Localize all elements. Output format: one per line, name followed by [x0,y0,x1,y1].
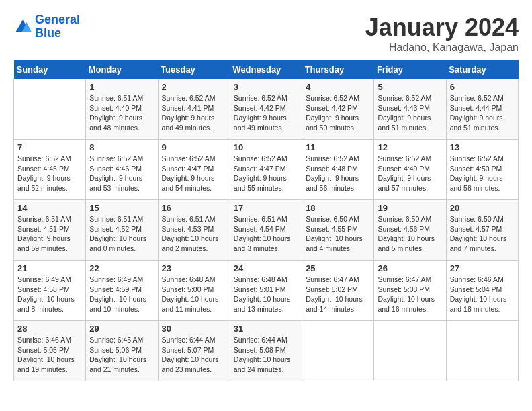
day-info: Sunrise: 6:52 AM Sunset: 4:48 PM Dayligh… [306,154,370,193]
day-number: 28 [17,324,82,334]
day-number: 7 [17,142,82,152]
day-info: Sunrise: 6:52 AM Sunset: 4:42 PM Dayligh… [234,93,298,133]
day-info: Sunrise: 6:47 AM Sunset: 5:03 PM Dayligh… [378,275,442,314]
day-info: Sunrise: 6:51 AM Sunset: 4:54 PM Dayligh… [234,214,298,254]
weekday-header-monday: Monday [86,60,158,79]
day-number: 22 [89,263,154,273]
calendar-cell: 21Sunrise: 6:49 AM Sunset: 4:58 PM Dayli… [14,261,86,321]
day-number: 27 [450,263,515,273]
calendar-cell: 30Sunrise: 6:44 AM Sunset: 5:07 PM Dayli… [158,321,230,381]
calendar-cell [14,79,86,140]
day-number: 26 [378,263,442,273]
calendar-cell: 29Sunrise: 6:45 AM Sunset: 5:06 PM Dayli… [86,321,158,381]
day-number: 20 [450,203,515,213]
calendar-cell: 1Sunrise: 6:51 AM Sunset: 4:40 PM Daylig… [86,79,158,140]
day-info: Sunrise: 6:45 AM Sunset: 5:06 PM Dayligh… [89,335,154,375]
day-info: Sunrise: 6:47 AM Sunset: 5:02 PM Dayligh… [306,275,370,314]
calendar-cell: 24Sunrise: 6:48 AM Sunset: 5:01 PM Dayli… [230,261,302,321]
day-info: Sunrise: 6:48 AM Sunset: 5:00 PM Dayligh… [162,275,226,314]
calendar-cell: 18Sunrise: 6:50 AM Sunset: 4:55 PM Dayli… [302,200,374,261]
calendar-cell: 12Sunrise: 6:52 AM Sunset: 4:49 PM Dayli… [374,140,446,200]
weekday-header-thursday: Thursday [302,60,374,79]
day-number: 8 [89,142,154,152]
calendar-cell: 3Sunrise: 6:52 AM Sunset: 4:42 PM Daylig… [230,79,302,140]
calendar-cell: 27Sunrise: 6:46 AM Sunset: 5:04 PM Dayli… [446,261,518,321]
day-number: 9 [162,142,226,152]
day-info: Sunrise: 6:52 AM Sunset: 4:42 PM Dayligh… [306,93,370,133]
day-info: Sunrise: 6:51 AM Sunset: 4:40 PM Dayligh… [89,93,154,133]
day-number: 6 [450,82,515,92]
day-info: Sunrise: 6:44 AM Sunset: 5:08 PM Dayligh… [234,335,298,375]
day-number: 13 [450,142,515,152]
day-info: Sunrise: 6:51 AM Sunset: 4:53 PM Dayligh… [162,214,226,254]
calendar-cell: 8Sunrise: 6:52 AM Sunset: 4:46 PM Daylig… [86,140,158,200]
day-info: Sunrise: 6:51 AM Sunset: 4:52 PM Dayligh… [89,214,154,254]
day-number: 23 [162,263,226,273]
logo-text: General Blue [35,13,80,40]
day-number: 18 [306,203,370,213]
calendar-cell: 13Sunrise: 6:52 AM Sunset: 4:50 PM Dayli… [446,140,518,200]
calendar-cell [446,321,518,381]
weekday-header-row: SundayMondayTuesdayWednesdayThursdayFrid… [14,60,519,79]
weekday-header-tuesday: Tuesday [158,60,230,79]
day-number: 4 [306,82,370,92]
day-number: 14 [17,203,82,213]
day-number: 29 [89,324,154,334]
calendar-week-5: 28Sunrise: 6:46 AM Sunset: 5:05 PM Dayli… [14,321,519,381]
location-subtitle: Hadano, Kanagawa, Japan [365,42,519,54]
day-info: Sunrise: 6:46 AM Sunset: 5:04 PM Dayligh… [450,275,515,314]
day-info: Sunrise: 6:49 AM Sunset: 4:59 PM Dayligh… [89,275,154,314]
day-info: Sunrise: 6:52 AM Sunset: 4:47 PM Dayligh… [162,154,226,193]
calendar-cell: 17Sunrise: 6:51 AM Sunset: 4:54 PM Dayli… [230,200,302,261]
day-number: 10 [234,142,298,152]
calendar-table: SundayMondayTuesdayWednesdayThursdayFrid… [13,60,519,381]
calendar-week-3: 14Sunrise: 6:51 AM Sunset: 4:51 PM Dayli… [14,200,519,261]
day-info: Sunrise: 6:46 AM Sunset: 5:05 PM Dayligh… [17,335,82,375]
day-number: 30 [162,324,226,334]
day-info: Sunrise: 6:50 AM Sunset: 4:57 PM Dayligh… [450,214,515,254]
calendar-cell: 22Sunrise: 6:49 AM Sunset: 4:59 PM Dayli… [86,261,158,321]
logo-line1: General [35,13,80,26]
title-area: January 2024 Hadano, Kanagawa, Japan [365,13,519,54]
calendar-week-2: 7Sunrise: 6:52 AM Sunset: 4:45 PM Daylig… [14,140,519,200]
day-number: 1 [89,82,154,92]
day-number: 25 [306,263,370,273]
day-info: Sunrise: 6:48 AM Sunset: 5:01 PM Dayligh… [234,275,298,314]
day-number: 12 [378,142,442,152]
day-info: Sunrise: 6:50 AM Sunset: 4:55 PM Dayligh… [306,214,370,254]
day-number: 24 [234,263,298,273]
day-info: Sunrise: 6:52 AM Sunset: 4:47 PM Dayligh… [234,154,298,193]
day-number: 11 [306,142,370,152]
day-number: 19 [378,203,442,213]
calendar-week-1: 1Sunrise: 6:51 AM Sunset: 4:40 PM Daylig… [14,79,519,140]
day-info: Sunrise: 6:51 AM Sunset: 4:51 PM Dayligh… [17,214,82,254]
day-number: 2 [162,82,226,92]
day-number: 5 [378,82,442,92]
day-number: 17 [234,203,298,213]
month-title: January 2024 [365,13,519,42]
weekday-header-sunday: Sunday [14,60,86,79]
calendar-cell: 9Sunrise: 6:52 AM Sunset: 4:47 PM Daylig… [158,140,230,200]
calendar-cell: 4Sunrise: 6:52 AM Sunset: 4:42 PM Daylig… [302,79,374,140]
day-info: Sunrise: 6:52 AM Sunset: 4:44 PM Dayligh… [450,93,515,133]
logo-icon [13,17,32,36]
calendar-cell: 15Sunrise: 6:51 AM Sunset: 4:52 PM Dayli… [86,200,158,261]
calendar-cell: 10Sunrise: 6:52 AM Sunset: 4:47 PM Dayli… [230,140,302,200]
calendar-cell [302,321,374,381]
calendar-cell: 31Sunrise: 6:44 AM Sunset: 5:08 PM Dayli… [230,321,302,381]
day-info: Sunrise: 6:50 AM Sunset: 4:56 PM Dayligh… [378,214,442,254]
weekday-header-friday: Friday [374,60,446,79]
day-info: Sunrise: 6:52 AM Sunset: 4:43 PM Dayligh… [378,93,442,133]
weekday-header-saturday: Saturday [446,60,518,79]
calendar-cell: 11Sunrise: 6:52 AM Sunset: 4:48 PM Dayli… [302,140,374,200]
calendar-cell: 26Sunrise: 6:47 AM Sunset: 5:03 PM Dayli… [374,261,446,321]
day-info: Sunrise: 6:52 AM Sunset: 4:45 PM Dayligh… [17,154,82,193]
logo: General Blue [13,13,80,40]
calendar-cell: 5Sunrise: 6:52 AM Sunset: 4:43 PM Daylig… [374,79,446,140]
calendar-cell: 2Sunrise: 6:52 AM Sunset: 4:41 PM Daylig… [158,79,230,140]
calendar-cell: 20Sunrise: 6:50 AM Sunset: 4:57 PM Dayli… [446,200,518,261]
calendar-week-4: 21Sunrise: 6:49 AM Sunset: 4:58 PM Dayli… [14,261,519,321]
day-info: Sunrise: 6:52 AM Sunset: 4:41 PM Dayligh… [162,93,226,133]
logo-line2: Blue [35,26,61,40]
calendar-cell: 23Sunrise: 6:48 AM Sunset: 5:00 PM Dayli… [158,261,230,321]
